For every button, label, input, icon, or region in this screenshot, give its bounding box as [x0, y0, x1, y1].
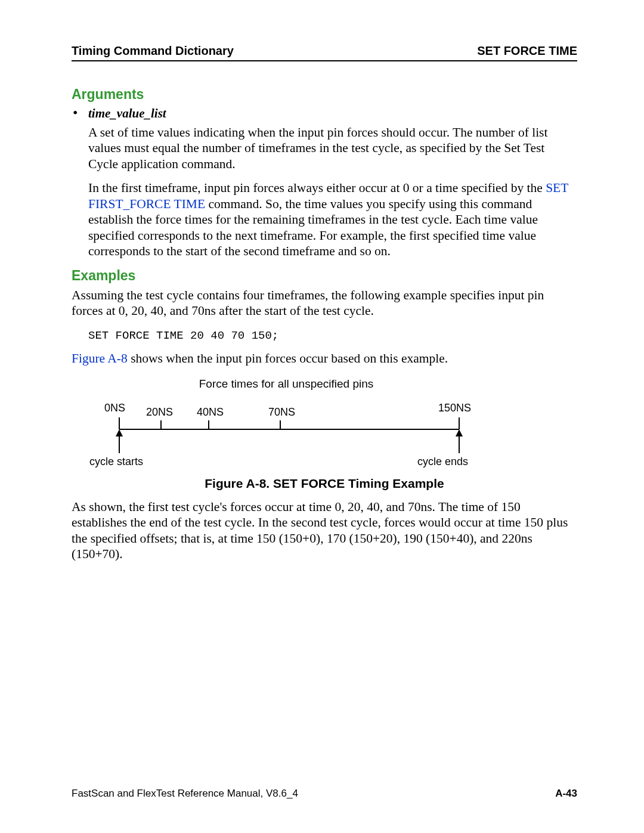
examples-heading: Examples [72, 268, 577, 284]
svg-marker-7 [116, 429, 123, 436]
figure-reference: Figure A-8 shows when the input pin forc… [72, 351, 577, 366]
timing-diagram: Force times for all unspecified pins 0NS… [83, 377, 489, 468]
after-figure-paragraph: As shown, the first test cycle's forces … [72, 499, 577, 562]
code-example: SET FORCE TIME 20 40 70 150; [88, 329, 577, 342]
figure-a8-link[interactable]: Figure A-8 [72, 351, 128, 366]
argument-bullet: time_value_list [72, 106, 577, 121]
tick-0ns: 0NS [104, 402, 125, 414]
page-container: Timing Command Dictionary SET FORCE TIME… [0, 0, 644, 833]
arguments-heading: Arguments [72, 86, 577, 103]
page-number: A-43 [555, 788, 577, 800]
tick-20ns: 20NS [146, 406, 173, 418]
tick-150ns: 150NS [438, 402, 471, 414]
argument-name: time_value_list [88, 106, 166, 120]
figure-ref-post: shows when the input pin forces occur ba… [128, 351, 448, 366]
svg-marker-9 [456, 429, 463, 436]
cycle-ends-label: cycle ends [417, 456, 468, 467]
footer-left: FastScan and FlexTest Reference Manual, … [72, 788, 298, 800]
diagram-title: Force times for all unspecified pins [83, 377, 489, 391]
arg-para2-pre: In the first timeframe, input pin forces… [88, 181, 546, 195]
page-footer: FastScan and FlexTest Reference Manual, … [72, 788, 577, 800]
timing-svg: 0NS 20NS 40NS 70NS 150NS cycle starts cy… [83, 397, 489, 468]
argument-description-2: In the first timeframe, input pin forces… [88, 180, 577, 259]
running-header: Timing Command Dictionary SET FORCE TIME [72, 44, 577, 61]
examples-intro: Assuming the test cycle contains four ti… [72, 287, 577, 319]
figure-caption: Figure A-8. SET FORCE Timing Example [72, 476, 577, 491]
header-left: Timing Command Dictionary [72, 44, 234, 58]
cycle-starts-label: cycle starts [89, 456, 143, 467]
tick-40ns: 40NS [197, 406, 224, 418]
header-right: SET FORCE TIME [477, 44, 577, 58]
argument-description-1: A set of time values indicating when the… [88, 125, 577, 172]
tick-70ns: 70NS [268, 406, 295, 418]
